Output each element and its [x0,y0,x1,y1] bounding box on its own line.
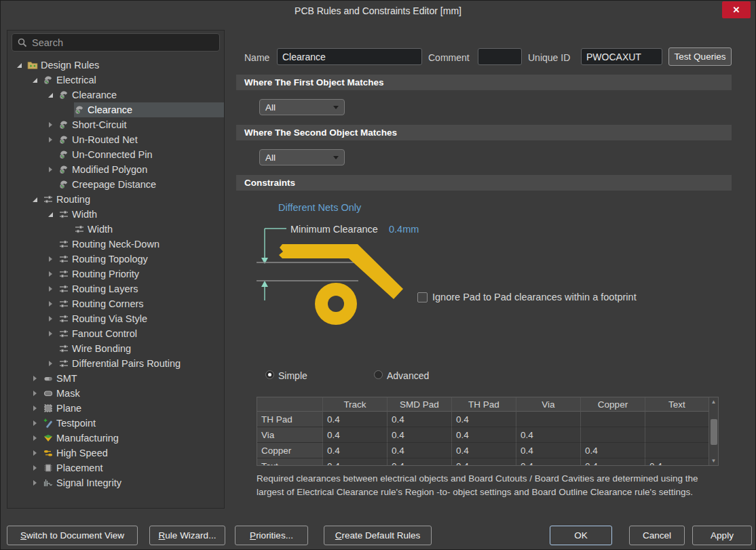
tree-item-short-circuit[interactable]: Short-Circuit [7,117,224,132]
clearance-cell[interactable] [645,412,709,427]
tree-item-routing-priority[interactable]: Routing Priority [7,267,224,281]
tree-item-content[interactable]: Testpoint [43,416,224,431]
tree-item-content[interactable]: Design Rules [27,58,224,73]
tree-item-content[interactable]: Modified Polygon [58,162,224,177]
tree-item-clearance[interactable]: Clearance [7,87,224,102]
expand-closed-icon[interactable] [33,480,43,486]
net-scope-link[interactable]: Different Nets Only [278,202,361,213]
test-queries-button[interactable]: Test Queries [668,47,732,66]
tree-item-content[interactable]: SMT [43,371,224,386]
comment-field[interactable] [478,48,522,65]
tree-item-content[interactable]: Mask [43,386,224,401]
rule-wizard-button[interactable]: Rule Wizard... [149,526,225,545]
expand-closed-icon[interactable] [48,256,58,262]
clearance-cell[interactable]: 0.4 [516,427,581,443]
clearance-cell[interactable]: 0.4 [323,427,388,443]
tree-item-un-routed-net[interactable]: Un-Routed Net [7,132,224,147]
expand-closed-icon[interactable] [33,465,43,471]
tree-item-fanout-control[interactable]: Fanout Control [7,326,224,341]
tree-item-content[interactable]: Width [58,207,224,222]
clearance-cell[interactable]: 0.4 [388,412,452,427]
expand-closed-icon[interactable] [48,167,58,172]
tree-item-routing-via-style[interactable]: Routing Via Style [7,311,224,326]
min-clearance-value[interactable]: 0.4mm [389,224,419,235]
clearance-cell[interactable] [581,427,645,443]
expand-closed-icon[interactable] [33,376,43,381]
name-field[interactable] [277,48,422,65]
switch-to-document-view-button[interactable]: Switch to Document View [7,526,138,545]
search-input[interactable]: Search [12,33,220,52]
tree-item-content[interactable]: Clearance [58,87,224,102]
clearance-cell[interactable]: 0.4 [388,458,452,466]
expand-open-icon[interactable] [33,78,43,83]
tree-item-content[interactable]: Short-Circuit [58,117,224,132]
expand-closed-icon[interactable] [48,331,58,336]
clearance-cell[interactable]: 0.4 [452,458,516,466]
scroll-up-icon[interactable]: ▲ [709,397,718,406]
expand-closed-icon[interactable] [33,435,43,441]
tree-item-plane[interactable]: Plane [7,401,224,416]
clearance-cell[interactable]: 0.4 [516,458,581,466]
tree-item-content[interactable]: Routing Corners [58,296,224,311]
tree-item-content[interactable]: Fanout Control [58,326,224,341]
expand-open-icon[interactable] [33,197,43,202]
tree-item-routing-corners[interactable]: Routing Corners [7,296,224,311]
ok-button[interactable]: OK [550,526,612,545]
tree-item-routing-topology[interactable]: Routing Topology [7,252,224,267]
tree-item-width[interactable]: Width [7,207,224,222]
clearance-cell[interactable]: 0.4 [452,427,516,443]
clearance-cell[interactable]: 0.4 [323,412,388,427]
tree-item-content[interactable]: Creepage Distance [58,177,224,192]
clearance-cell[interactable]: 0.4 [645,458,709,466]
clearance-cell[interactable]: 0.4 [388,427,452,443]
first-object-dropdown[interactable]: All [259,99,345,115]
tree-item-content[interactable]: High Speed [43,446,224,460]
tree-item-content[interactable]: Routing Layers [58,281,224,296]
expand-closed-icon[interactable] [48,361,58,366]
create-default-rules-button[interactable]: Create Default Rules [324,526,432,545]
unique-id-field[interactable] [581,48,662,65]
expand-closed-icon[interactable] [33,406,43,411]
tree-item-content[interactable]: Routing [43,192,224,207]
tree-item-un-connected-pin[interactable]: Un-Connected Pin [7,147,224,162]
tree-item-width[interactable]: Width [7,222,224,237]
tree-item-high-speed[interactable]: High Speed [7,446,224,460]
tree-item-content[interactable]: Signal Integrity [43,475,224,490]
apply-button[interactable]: Apply [692,526,752,545]
expand-closed-icon[interactable] [48,137,58,142]
scrollbar-thumb[interactable] [711,419,717,445]
tree-item-placement[interactable]: Placement [7,460,224,475]
expand-open-icon[interactable] [17,63,27,68]
tree-item-manufacturing[interactable]: Manufacturing [7,431,224,446]
clearance-cell[interactable] [516,412,581,427]
close-button[interactable]: ✕ [722,1,751,18]
expand-closed-icon[interactable] [33,420,43,426]
tree-item-routing[interactable]: Routing [7,192,224,207]
tree-item-routing-layers[interactable]: Routing Layers [7,281,224,296]
expand-closed-icon[interactable] [33,450,43,456]
expand-closed-icon[interactable] [48,286,58,292]
clearance-cell[interactable] [645,427,709,443]
cancel-button[interactable]: Cancel [629,526,685,545]
tree-item-content[interactable]: Routing Via Style [58,311,224,326]
tree-item-content[interactable]: Wire Bonding [58,341,224,356]
advanced-radio[interactable] [374,370,383,379]
clearance-cell[interactable] [645,443,709,458]
tree-item-content[interactable]: Routing Neck-Down [58,237,224,252]
second-object-dropdown[interactable]: All [259,149,345,165]
tree-item-differential-pairs-routing[interactable]: Differential Pairs Routing [7,356,224,371]
expand-closed-icon[interactable] [48,301,58,307]
tree-item-content[interactable]: Routing Priority [58,267,224,281]
tree-item-content[interactable]: Width [74,222,224,237]
clearance-cell[interactable]: 0.4 [516,443,581,458]
simple-radio[interactable] [265,370,274,379]
tree-item-mask[interactable]: Mask [7,386,224,401]
clearance-cell[interactable]: 0.4 [581,458,645,466]
tree-item-electrical[interactable]: Electrical [7,73,224,87]
scroll-down-icon[interactable]: ▼ [709,456,718,465]
tree-item-smt[interactable]: SMT [7,371,224,386]
clearance-cell[interactable]: 0.4 [388,443,452,458]
tree-item-content[interactable]: Un-Connected Pin [58,147,224,162]
tree-item-content[interactable]: Manufacturing [43,431,224,446]
expand-open-icon[interactable] [48,93,58,98]
